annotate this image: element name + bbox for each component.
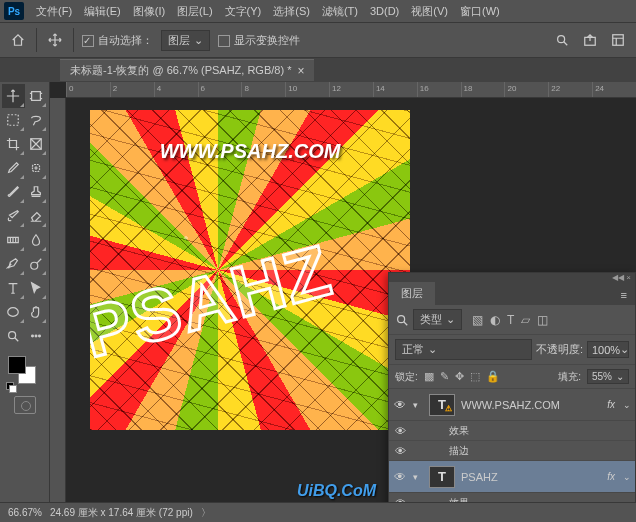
document-tab[interactable]: 未标题-1-恢复的 @ 66.7% (PSAHZ, RGB/8) * ×	[60, 59, 314, 81]
layers-tab[interactable]: 图层	[389, 282, 435, 305]
path-select-tool[interactable]	[25, 276, 48, 300]
frame-tool[interactable]	[25, 132, 48, 156]
marquee-tool[interactable]	[2, 108, 25, 132]
menu-select[interactable]: 选择(S)	[267, 2, 316, 21]
menu-image[interactable]: 图像(I)	[127, 2, 171, 21]
document-canvas[interactable]: WWW.PSAHZ.COM PSAHZ	[90, 110, 410, 430]
lock-artboard-icon[interactable]: ⬚	[470, 370, 480, 383]
ruler-mark: 24	[592, 82, 636, 97]
status-chevron-icon[interactable]: 〉	[201, 506, 211, 520]
lasso-tool[interactable]	[25, 108, 48, 132]
filter-type-icon[interactable]: T	[507, 313, 514, 327]
edit-toolbar[interactable]	[25, 324, 48, 348]
close-icon[interactable]: ×	[297, 64, 304, 78]
svg-point-0	[558, 36, 565, 43]
zoom-level[interactable]: 66.67%	[8, 507, 42, 518]
gradient-tool[interactable]	[2, 228, 25, 252]
visibility-icon[interactable]: 👁	[393, 445, 407, 457]
auto-select-target[interactable]: 图层⌄	[161, 30, 210, 51]
document-title: 未标题-1-恢复的 @ 66.7% (PSAHZ, RGB/8) *	[70, 63, 291, 78]
menu-type[interactable]: 文字(Y)	[219, 2, 268, 21]
eraser-tool[interactable]	[25, 204, 48, 228]
search-icon[interactable]	[552, 30, 572, 50]
menu-filter[interactable]: 滤镜(T)	[316, 2, 364, 21]
menu-layer[interactable]: 图层(L)	[171, 2, 218, 21]
menu-view[interactable]: 视图(V)	[405, 2, 454, 21]
hand-tool[interactable]	[25, 300, 48, 324]
move-tool-icon[interactable]	[45, 30, 65, 50]
toolbox	[0, 82, 50, 502]
auto-select-checkbox[interactable]: 自动选择：	[82, 33, 153, 48]
menu-window[interactable]: 窗口(W)	[454, 2, 506, 21]
svg-point-12	[35, 335, 37, 337]
svg-point-11	[31, 335, 33, 337]
lock-position-icon[interactable]: ✥	[455, 370, 464, 383]
menu-file[interactable]: 文件(F)	[30, 2, 78, 21]
filter-smart-icon[interactable]: ◫	[537, 313, 548, 327]
brush-tool[interactable]	[2, 180, 25, 204]
layer-effect-row[interactable]: 👁描边	[389, 441, 635, 461]
panel-menu-icon[interactable]: ≡	[613, 285, 635, 305]
show-transform-checkbox[interactable]: 显示变换控件	[218, 33, 300, 48]
lock-label: 锁定:	[395, 370, 418, 384]
type-tool[interactable]	[2, 276, 25, 300]
zoom-tool[interactable]	[2, 324, 25, 348]
fx-badge[interactable]: fx	[607, 471, 615, 482]
search-icon[interactable]	[395, 310, 409, 330]
app-logo: Ps	[4, 2, 24, 20]
layer-row[interactable]: 👁 ▾ T PSAHZ fx⌄	[389, 461, 635, 493]
panel-collapse-icon[interactable]: ◀◀ ×	[389, 273, 635, 281]
chevron-down-icon: ⌄	[616, 371, 624, 382]
stamp-tool[interactable]	[25, 180, 48, 204]
home-icon[interactable]	[8, 30, 28, 50]
visibility-icon[interactable]: 👁	[393, 425, 407, 437]
visibility-icon[interactable]: 👁	[393, 398, 407, 412]
blend-mode-dropdown[interactable]: 正常⌄	[395, 339, 532, 360]
history-brush-tool[interactable]	[2, 204, 25, 228]
visibility-icon[interactable]: 👁	[393, 470, 407, 484]
lock-pixels-icon[interactable]: ✎	[440, 370, 449, 383]
ruler-mark: 4	[154, 82, 198, 97]
quick-share-icon[interactable]	[580, 30, 600, 50]
fx-chevron-icon[interactable]: ⌄	[623, 400, 631, 410]
menu-3d[interactable]: 3D(D)	[364, 3, 405, 19]
fx-chevron-icon[interactable]: ⌄	[623, 472, 631, 482]
fx-badge[interactable]: fx	[607, 399, 615, 410]
layer-effect-row[interactable]: 👁效果	[389, 421, 635, 441]
fill-label: 填充:	[558, 370, 581, 384]
expand-icon[interactable]: ▾	[413, 472, 423, 482]
healing-tool[interactable]	[25, 156, 48, 180]
opacity-label: 不透明度:	[536, 342, 583, 357]
menu-edit[interactable]: 编辑(E)	[78, 2, 127, 21]
move-tool[interactable]	[2, 84, 25, 108]
dodge-tool[interactable]	[25, 252, 48, 276]
quick-mask-button[interactable]	[14, 396, 36, 414]
pen-tool[interactable]	[2, 252, 25, 276]
workspace: 024681012141618202224 WWW.PSAHZ.COM PSAH…	[0, 82, 636, 502]
filter-adjust-icon[interactable]: ◐	[490, 313, 500, 327]
filter-type-dropdown[interactable]: 类型⌄	[413, 309, 462, 330]
lock-all-icon[interactable]: 🔒	[486, 370, 500, 383]
blur-tool[interactable]	[25, 228, 48, 252]
svg-point-9	[8, 308, 19, 317]
foreground-swatch[interactable]	[8, 356, 26, 374]
color-swatches[interactable]	[2, 352, 47, 392]
ruler-mark: 12	[329, 82, 373, 97]
shape-tool[interactable]	[2, 300, 25, 324]
layer-thumbnail[interactable]: T	[429, 466, 455, 488]
lock-transparency-icon[interactable]: ▩	[424, 370, 434, 383]
fill-field[interactable]: 55%⌄	[587, 369, 629, 384]
opacity-field[interactable]: 100%⌄	[587, 341, 629, 358]
expand-icon[interactable]: ▾	[413, 400, 423, 410]
filter-shape-icon[interactable]: ▱	[521, 313, 530, 327]
layer-row[interactable]: 👁 ▾ T⚠ WWW.PSAHZ.COM fx⌄	[389, 389, 635, 421]
workspace-icon[interactable]	[608, 30, 628, 50]
artboard-tool[interactable]	[25, 84, 48, 108]
layer-name: WWW.PSAHZ.COM	[461, 399, 601, 411]
eyedropper-tool[interactable]	[2, 156, 25, 180]
chevron-down-icon: ⌄	[620, 343, 629, 356]
filter-pixel-icon[interactable]: ▧	[472, 313, 483, 327]
layer-thumbnail[interactable]: T⚠	[429, 394, 455, 416]
crop-tool[interactable]	[2, 132, 25, 156]
default-colors-icon[interactable]	[6, 382, 16, 392]
